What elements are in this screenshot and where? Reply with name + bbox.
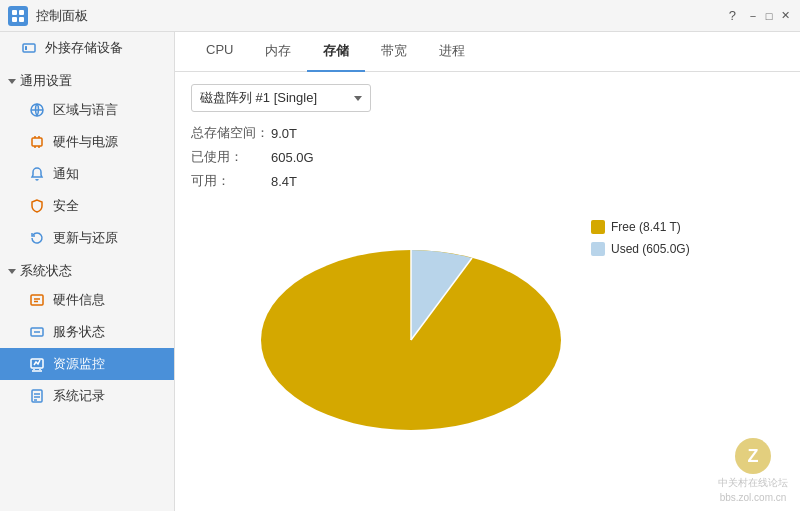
sidebar-item-system-log[interactable]: 系统记录 — [0, 380, 174, 412]
security-icon — [28, 197, 46, 215]
content-area: CPU 内存 存储 带宽 进程 磁盘阵列 #1 [Single] 总存储空间： … — [175, 32, 800, 511]
sidebar-label-security: 安全 — [53, 197, 79, 215]
system-log-icon — [28, 387, 46, 405]
sidebar-item-notification[interactable]: 通知 — [0, 158, 174, 190]
legend-used: Used (605.0G) — [591, 242, 690, 256]
sidebar-item-external-storage[interactable]: 外接存储设备 — [0, 32, 174, 64]
help-button[interactable]: ? — [729, 8, 736, 23]
sidebar-label-notification: 通知 — [53, 165, 79, 183]
hardware-icon — [28, 133, 46, 151]
chevron-down-icon — [8, 79, 16, 84]
watermark-logo: Z — [735, 438, 771, 474]
chevron-down-icon-2 — [8, 269, 16, 274]
legend-free-color — [591, 220, 605, 234]
tab-bandwidth[interactable]: 带宽 — [365, 32, 423, 72]
sidebar-label-service: 服务状态 — [53, 323, 105, 341]
maximize-button[interactable]: □ — [762, 9, 776, 23]
watermark-line2: bbs.zol.com.cn — [720, 492, 787, 503]
title-bar: 控制面板 ? − □ ✕ — [0, 0, 800, 32]
dropdown-row: 磁盘阵列 #1 [Single] — [191, 84, 784, 112]
window-title: 控制面板 — [36, 7, 729, 25]
sidebar-item-service[interactable]: 服务状态 — [0, 316, 174, 348]
notification-icon — [28, 165, 46, 183]
total-label: 总存储空间： — [191, 124, 271, 142]
total-value: 9.0T — [271, 126, 297, 141]
sidebar-label-hardware-info: 硬件信息 — [53, 291, 105, 309]
svg-rect-4 — [23, 44, 35, 52]
sidebar-label-update: 更新与还原 — [53, 229, 118, 247]
dropdown-label: 磁盘阵列 #1 [Single] — [200, 89, 346, 107]
sidebar-label-system: 系统状态 — [20, 262, 72, 280]
sidebar-section-system[interactable]: 系统状态 — [0, 254, 174, 284]
storage-panel: 磁盘阵列 #1 [Single] 总存储空间： 9.0T 已使用： 605.0G… — [175, 72, 800, 511]
stat-available: 可用： 8.4T — [191, 172, 784, 190]
sidebar-item-update[interactable]: 更新与还原 — [0, 222, 174, 254]
sidebar-item-security[interactable]: 安全 — [0, 190, 174, 222]
tab-process[interactable]: 进程 — [423, 32, 481, 72]
svg-rect-2 — [12, 17, 17, 22]
svg-rect-7 — [32, 138, 42, 146]
close-button[interactable]: ✕ — [778, 9, 792, 23]
svg-rect-0 — [12, 10, 17, 15]
sidebar-item-hardware-info[interactable]: 硬件信息 — [0, 284, 174, 316]
used-value: 605.0G — [271, 150, 314, 165]
tab-cpu[interactable]: CPU — [190, 32, 249, 72]
sidebar-item-hardware[interactable]: 硬件与电源 — [0, 126, 174, 158]
sidebar-label-external-storage: 外接存储设备 — [45, 39, 123, 57]
app-layout: 外接存储设备 通用设置 区域与语言 硬件与电源 — [0, 32, 800, 511]
svg-rect-1 — [19, 10, 24, 15]
pie-chart-container — [251, 210, 571, 433]
minimize-button[interactable]: − — [746, 9, 760, 23]
sidebar-item-region[interactable]: 区域与语言 — [0, 94, 174, 126]
disk-array-dropdown[interactable]: 磁盘阵列 #1 [Single] — [191, 84, 371, 112]
sidebar-label-resource-monitor: 资源监控 — [53, 355, 105, 373]
region-icon — [28, 101, 46, 119]
window-controls: − □ ✕ — [746, 9, 792, 23]
dropdown-arrow-icon — [354, 96, 362, 101]
resource-monitor-icon — [28, 355, 46, 373]
sidebar-section-general[interactable]: 通用设置 — [0, 64, 174, 94]
sidebar-label-system-log: 系统记录 — [53, 387, 105, 405]
stat-used: 已使用： 605.0G — [191, 148, 784, 166]
svg-rect-5 — [25, 46, 27, 50]
sidebar: 外接存储设备 通用设置 区域与语言 硬件与电源 — [0, 32, 175, 511]
tab-memory[interactable]: 内存 — [249, 32, 307, 72]
legend-used-color — [591, 242, 605, 256]
available-value: 8.4T — [271, 174, 297, 189]
sidebar-label-hardware: 硬件与电源 — [53, 133, 118, 151]
watermark: Z 中关村在线论坛 bbs.zol.com.cn — [718, 438, 788, 503]
sidebar-label-general: 通用设置 — [20, 72, 72, 90]
legend: Free (8.41 T) Used (605.0G) — [591, 220, 690, 256]
svg-rect-3 — [19, 17, 24, 22]
update-icon — [28, 229, 46, 247]
sidebar-item-resource-monitor[interactable]: 资源监控 — [0, 348, 174, 380]
watermark-line1: 中关村在线论坛 — [718, 476, 788, 490]
legend-free-label: Free (8.41 T) — [611, 220, 681, 234]
legend-free: Free (8.41 T) — [591, 220, 690, 234]
service-icon — [28, 323, 46, 341]
sidebar-label-region: 区域与语言 — [53, 101, 118, 119]
tab-bar: CPU 内存 存储 带宽 进程 — [175, 32, 800, 72]
stat-total: 总存储空间： 9.0T — [191, 124, 784, 142]
legend-used-label: Used (605.0G) — [611, 242, 690, 256]
app-icon — [8, 6, 28, 26]
tab-storage[interactable]: 存储 — [307, 32, 365, 72]
hardware-info-icon — [28, 291, 46, 309]
external-storage-icon — [20, 39, 38, 57]
used-label: 已使用： — [191, 148, 271, 166]
available-label: 可用： — [191, 172, 271, 190]
svg-rect-8 — [31, 295, 43, 305]
pie-chart — [251, 210, 571, 430]
